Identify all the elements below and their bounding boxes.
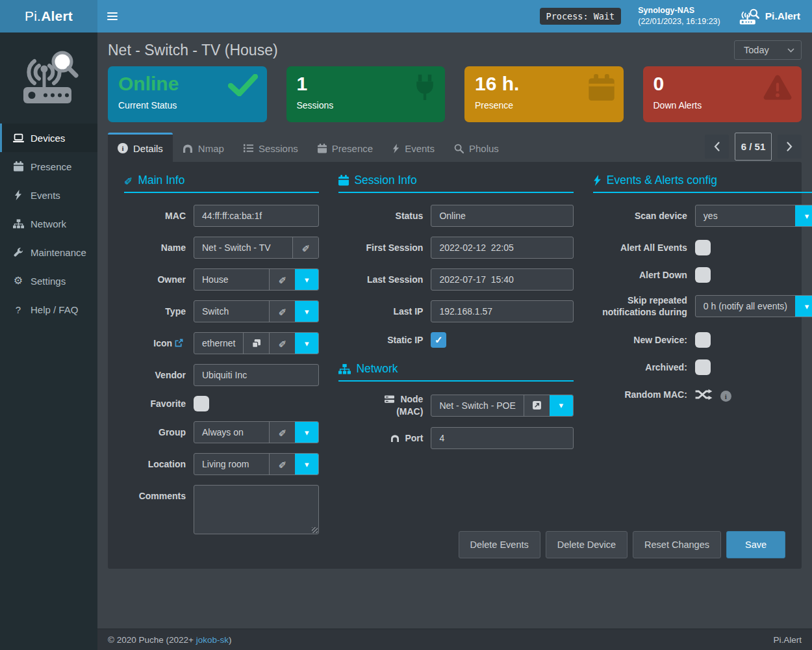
sidebar-item-settings[interactable]: ⚙ Settings <box>0 266 97 295</box>
skip-notifications-dropdown-button[interactable]: ▾ <box>795 296 812 317</box>
copy-icon-button[interactable] <box>243 333 269 354</box>
pialert-app: Pi.Alert Process: Wait Synology-NAS (22/… <box>0 0 812 650</box>
sidebar: Devices Presence Events Network Maintena… <box>0 32 97 650</box>
search-icon <box>454 144 464 153</box>
card-current-status[interactable]: Online Current Status <box>108 66 267 122</box>
tab-details[interactable]: i Details <box>108 133 173 162</box>
period-selector[interactable]: Today <box>734 40 802 60</box>
card-sessions[interactable]: 1 Sessions <box>286 66 446 122</box>
section-title: Events & Alerts config <box>607 174 717 187</box>
device-position-indicator: 6 / 51 <box>735 133 772 161</box>
tab-sessions[interactable]: Sessions <box>234 133 308 162</box>
section-title: Network <box>356 362 398 376</box>
owner-dropdown-button[interactable]: ▾ <box>295 269 318 290</box>
icon-dropdown-button[interactable]: ▾ <box>295 333 318 354</box>
calendar-icon <box>338 175 349 186</box>
archived-checkbox[interactable] <box>695 359 711 375</box>
last-ip-input[interactable]: 192.168.1.57 <box>431 301 572 322</box>
type-dropdown-button[interactable]: ▾ <box>295 301 318 322</box>
footer-app-label: Pi.Alert <box>773 635 802 645</box>
open-node-button[interactable] <box>524 395 550 416</box>
node-dropdown-button[interactable]: ▾ <box>550 395 573 416</box>
last-scan-time: (22/01/2023, 16:19:23) <box>638 16 720 27</box>
location-input[interactable]: Living room <box>194 454 269 474</box>
skip-notifications-select[interactable]: 0 h (notify all events) <box>696 296 795 317</box>
alert-down-checkbox[interactable] <box>695 267 711 283</box>
tab-pholus[interactable]: Pholus <box>444 133 509 162</box>
edit-owner-button[interactable]: ✎ <box>269 269 295 290</box>
edit-name-button[interactable]: ✎ <box>292 237 318 258</box>
period-value: Today <box>744 45 769 55</box>
sidebar-item-maintenance[interactable]: Maintenance <box>0 238 97 266</box>
comments-textarea[interactable] <box>194 485 319 534</box>
field-type: Type Switch ✎ ▾ <box>124 300 319 322</box>
tab-events[interactable]: Events <box>383 133 444 162</box>
sidebar-item-presence[interactable]: Presence <box>0 152 97 181</box>
first-session-input[interactable]: 2022-02-12 22:05 <box>431 237 572 258</box>
field-last-ip: Last IP 192.168.1.57 <box>338 300 573 322</box>
static-ip-checkbox[interactable]: ✓ <box>431 332 446 348</box>
card-down-alerts[interactable]: 0 Down Alerts <box>643 66 802 122</box>
tab-nmap[interactable]: Nmap <box>173 133 234 162</box>
tab-presence[interactable]: Presence <box>308 133 383 162</box>
section-title: Main Info <box>138 174 184 187</box>
port-input[interactable]: 4 <box>431 428 572 448</box>
next-device-button[interactable] <box>778 135 802 159</box>
status-input[interactable]: Online <box>431 205 572 226</box>
name-input[interactable]: Net - Switch - TV <box>194 237 292 258</box>
card-presence[interactable]: 16 h. Presence <box>464 66 624 122</box>
sidebar-item-label: Events <box>31 190 60 201</box>
sidebar-logo <box>0 32 97 124</box>
sidebar-item-label: Maintenance <box>31 247 86 258</box>
field-port: Port 4 <box>338 427 573 449</box>
nav-app-link[interactable]: Pi.Alert <box>739 7 800 25</box>
delete-events-button[interactable]: Delete Events <box>459 531 540 558</box>
external-link-square-icon <box>533 401 541 410</box>
summary-cards: Online Current Status 1 Sessions 16 h. P… <box>97 66 812 122</box>
node-mac-input[interactable]: Net - Switch - POE <box>431 395 523 416</box>
reset-changes-button[interactable]: Reset Changes <box>633 531 721 558</box>
sidebar-item-devices[interactable]: Devices <box>0 124 97 152</box>
router-search-logo-icon <box>12 46 85 110</box>
group-dropdown-button[interactable]: ▾ <box>295 422 318 443</box>
sidebar-toggle-button[interactable] <box>97 0 127 32</box>
owner-input[interactable]: House <box>194 269 269 290</box>
scan-device-dropdown-button[interactable]: ▾ <box>795 205 812 226</box>
favorite-checkbox[interactable] <box>194 396 209 411</box>
sidebar-item-help[interactable]: ? Help / FAQ <box>0 295 97 324</box>
edit-location-button[interactable]: ✎ <box>269 454 295 474</box>
field-node-mac: Node (MAC) Net - Switch - POE ▾ <box>338 393 573 417</box>
alert-all-events-checkbox[interactable] <box>695 240 711 255</box>
gear-icon: ⚙ <box>12 276 25 286</box>
delete-device-button[interactable]: Delete Device <box>546 531 628 558</box>
field-random-mac: Random MAC: i <box>593 387 812 402</box>
jokob-sk-link[interactable]: jokob-sk <box>196 635 229 645</box>
details-tab-content: ✎ Main Info MAC 44:ff:ff:ca:ba:1f Name N… <box>108 162 802 569</box>
panel-actions: Delete Events Delete Device Reset Change… <box>459 531 786 558</box>
external-link-icon[interactable] <box>175 339 183 347</box>
last-session-input[interactable]: 2022-07-17 15:40 <box>431 269 572 290</box>
edit-group-button[interactable]: ✎ <box>269 422 295 443</box>
sidebar-item-label: Devices <box>31 133 65 144</box>
field-favorite: Favorite <box>124 396 319 411</box>
sidebar-item-events[interactable]: Events <box>0 181 97 209</box>
check-icon <box>228 74 258 99</box>
scan-device-select[interactable]: yes <box>696 205 795 226</box>
sidebar-item-network[interactable]: Network <box>0 209 97 238</box>
icon-input[interactable]: ethernet <box>194 333 243 354</box>
edit-icon-button[interactable]: ✎ <box>269 333 295 354</box>
type-input[interactable]: Switch <box>194 301 269 322</box>
save-button[interactable]: Save <box>726 531 785 558</box>
mac-input[interactable]: 44:ff:ff:ca:ba:1f <box>194 205 318 226</box>
location-dropdown-button[interactable]: ▾ <box>295 454 318 474</box>
process-status-badge: Process: Wait <box>540 8 622 25</box>
caret-down-icon: ▾ <box>305 275 309 285</box>
group-input[interactable]: Always on <box>194 422 269 443</box>
field-vendor: Vendor Ubiquiti Inc <box>124 364 319 386</box>
field-skip-notifications: Skip repeated notifications during 0 h (… <box>593 294 812 318</box>
brand-logo[interactable]: Pi.Alert <box>0 0 97 32</box>
prev-device-button[interactable] <box>705 135 729 159</box>
new-device-checkbox[interactable] <box>695 332 711 348</box>
vendor-input[interactable]: Ubiquiti Inc <box>194 365 318 385</box>
edit-type-button[interactable]: ✎ <box>269 301 295 322</box>
